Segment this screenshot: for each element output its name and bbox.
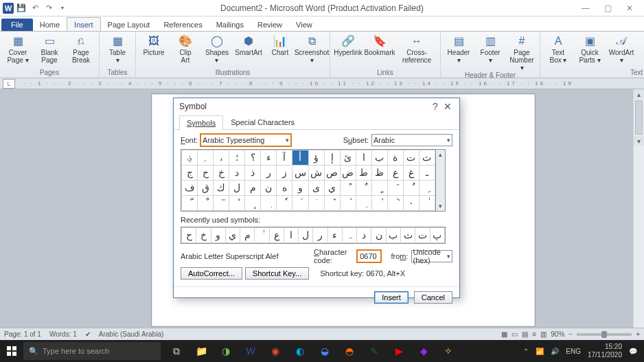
shapes-button[interactable]: ◯Shapes▾ xyxy=(203,34,231,64)
symbol-cell[interactable]: ً xyxy=(340,181,356,196)
font-select[interactable]: Arabic Typesetting▾ xyxy=(200,134,291,146)
dialog-close-icon[interactable]: ✕ xyxy=(441,101,454,112)
recent-symbol-cell[interactable]: ء xyxy=(327,228,342,243)
footer-button[interactable]: ▥Footer▾ xyxy=(476,34,504,64)
symbol-cell[interactable]: ٍ xyxy=(371,181,387,196)
recent-symbol-cell[interactable]: ن xyxy=(371,228,386,243)
tab-page-layout[interactable]: Page Layout xyxy=(101,18,157,31)
symbol-cell[interactable]: ظ xyxy=(371,166,387,181)
smartart-button[interactable]: ⬢SmartArt xyxy=(235,34,262,56)
symbol-cell[interactable]: ض xyxy=(340,166,356,181)
symbol-cell[interactable]: ف xyxy=(182,181,198,196)
scroll-up-icon[interactable]: ▴ xyxy=(634,89,644,99)
symbol-cell[interactable]: ا xyxy=(356,150,371,166)
undo-icon[interactable]: ↶ xyxy=(29,2,41,14)
symbol-cell[interactable]: ت xyxy=(403,150,419,166)
symbol-cell[interactable]: و xyxy=(292,181,308,196)
symbol-cell[interactable]: ج xyxy=(182,166,198,181)
symbol-cell[interactable]: ط xyxy=(356,166,371,181)
taskbar-app[interactable]: ◐ xyxy=(288,341,312,361)
taskbar-app[interactable]: ◆ xyxy=(412,341,435,361)
symbol-cell[interactable]: د xyxy=(229,166,245,181)
status-page[interactable]: Page: 1 of 1 xyxy=(4,330,41,338)
recent-symbol-cell[interactable]: ح xyxy=(182,228,196,243)
tab-references[interactable]: References xyxy=(157,18,209,31)
symbol-cell[interactable]: ِ xyxy=(419,181,435,196)
symbol-cell[interactable]: إ xyxy=(324,150,340,166)
symbol-cell[interactable]: م xyxy=(245,181,261,196)
close-icon[interactable]: ✕ xyxy=(625,3,634,13)
symbol-cell[interactable]: ز xyxy=(277,166,292,181)
status-language[interactable]: Arabic (Saudi Arabia) xyxy=(99,330,164,338)
symbol-cell[interactable]: أ xyxy=(292,150,308,166)
symbol-cell[interactable]: ك xyxy=(214,181,229,196)
crossref-button[interactable]: ↔Cross-reference xyxy=(398,34,436,64)
symbol-cell[interactable]: ؤ xyxy=(308,150,324,166)
taskbar-search[interactable]: 🔍 Type here to search xyxy=(23,342,161,360)
insert-button[interactable]: Insert xyxy=(374,291,409,304)
tab-mailings[interactable]: Mailings xyxy=(209,18,251,31)
horizontal-ruler[interactable]: · · 1 · · · 2 · · · 3 · · · 4 · · · 5 · … xyxy=(15,80,644,87)
tab-special-characters[interactable]: Special Characters xyxy=(223,115,302,129)
help-icon[interactable]: ? xyxy=(429,101,441,112)
symbol-cell[interactable]: ع xyxy=(387,166,403,181)
symbol-cell[interactable]: ح xyxy=(198,166,214,181)
recent-symbol-cell[interactable]: ٰ xyxy=(255,228,269,243)
taskbar-app[interactable]: ▶ xyxy=(387,341,411,361)
start-button[interactable] xyxy=(0,340,23,362)
symbol-cell[interactable]: ْ xyxy=(198,196,214,211)
status-words[interactable]: Words: 1 xyxy=(49,330,77,338)
taskbar-app[interactable]: W xyxy=(239,341,262,361)
tray-clock[interactable]: 15:20 17/11/2020 xyxy=(588,343,622,359)
zoom-slider[interactable] xyxy=(577,333,632,336)
table-button[interactable]: ▦Table▾ xyxy=(104,34,131,64)
recent-symbol-cell[interactable]: ب xyxy=(386,228,400,243)
taskview-icon[interactable]: ⧉ xyxy=(165,341,188,361)
recent-symbol-cell[interactable]: ع xyxy=(269,228,284,243)
symbol-cell[interactable]: ، xyxy=(214,150,229,166)
recent-symbol-cell[interactable]: ث xyxy=(400,228,415,243)
symbol-cell[interactable]: ـ xyxy=(419,166,435,181)
symbol-cell[interactable]: ئ xyxy=(340,150,356,166)
recent-symbol-cell[interactable]: ت xyxy=(415,228,430,243)
recent-symbol-cell[interactable]: م xyxy=(240,228,255,243)
symbol-cell[interactable]: ن xyxy=(261,181,277,196)
symbol-cell[interactable]: ى xyxy=(308,181,324,196)
symbol-cell[interactable]: ٞ xyxy=(387,196,403,211)
symbol-cell[interactable]: ّ xyxy=(182,196,198,211)
symbol-cell[interactable]: ه xyxy=(277,181,292,196)
symbol-cell[interactable]: ؋ xyxy=(182,150,198,166)
recent-symbol-cell[interactable]: ي xyxy=(225,228,240,243)
autocorrect-button[interactable]: AutoCorrect... xyxy=(181,267,242,280)
blank-page-button[interactable]: ▭BlankPage xyxy=(36,34,63,64)
save-icon[interactable]: 💾 xyxy=(15,2,27,14)
symbol-cell[interactable]: ذ xyxy=(245,166,261,181)
minimize-icon[interactable]: — xyxy=(581,3,590,13)
header-button[interactable]: ▤Header▾ xyxy=(445,34,472,64)
recent-symbol-cell[interactable]: ر xyxy=(313,228,327,243)
recent-symbol-cell[interactable]: د xyxy=(357,228,371,243)
symbol-cell[interactable]: ر xyxy=(261,166,277,181)
symbol-cell[interactable]: ٠ xyxy=(403,196,419,211)
symbol-cell[interactable]: ث xyxy=(419,150,435,166)
page-break-button[interactable]: ⎌PageBreak xyxy=(67,34,95,64)
quickparts-button[interactable]: ▣QuickParts ▾ xyxy=(576,34,603,64)
tray-up-icon[interactable]: ⌃ xyxy=(523,348,529,355)
redo-icon[interactable]: ↷ xyxy=(43,2,55,14)
symbol-cell[interactable]: ٝ xyxy=(371,196,387,211)
clipart-button[interactable]: 🎨ClipArt xyxy=(172,34,199,64)
tray-language[interactable]: ENG xyxy=(566,348,581,355)
zoom-out-icon[interactable]: − xyxy=(568,330,573,338)
view-fullscreen-icon[interactable]: ▭ xyxy=(511,330,518,338)
tab-view[interactable]: View xyxy=(289,18,319,31)
symbol-cell[interactable]: ق xyxy=(198,181,214,196)
hyperlink-button[interactable]: 🔗Hyperlink xyxy=(334,34,362,56)
cover-page-button[interactable]: ▦CoverPage ▾ xyxy=(4,34,32,64)
symbol-cell[interactable]: ٰ xyxy=(419,196,435,211)
symbol-cell[interactable]: غ xyxy=(403,166,419,181)
zoom-value[interactable]: 90% xyxy=(551,330,564,338)
charcode-input[interactable]: 0670 xyxy=(357,250,381,262)
scroll-down-icon[interactable]: ▾ xyxy=(436,201,445,211)
recent-symbol-cell[interactable]: و xyxy=(211,228,225,243)
taskbar-app[interactable]: ◒ xyxy=(313,341,336,361)
